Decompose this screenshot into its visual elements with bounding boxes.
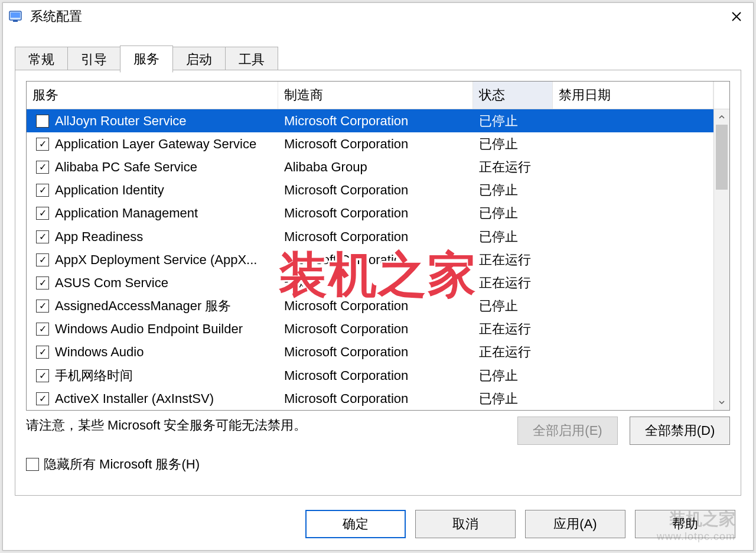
service-row[interactable]: ✓AppX Deployment Service (AppX...Microso… — [27, 248, 713, 271]
row-checkbox-cell[interactable]: ✓ — [27, 369, 49, 382]
service-row[interactable]: ✓Alibaba PC Safe ServiceAlibaba Group正在运… — [27, 155, 713, 178]
checkbox-icon: ✓ — [36, 253, 49, 266]
service-status: 已停止 — [473, 181, 553, 199]
checkbox-icon: ✓ — [36, 300, 49, 313]
service-status: 正在运行 — [473, 343, 553, 361]
service-manufacturer: Microsoft Corporation — [278, 252, 473, 268]
service-row[interactable]: ✓App ReadinessMicrosoft Corporation已停止 — [27, 225, 713, 248]
row-checkbox-cell[interactable]: ✓ — [27, 207, 49, 220]
scroll-thumb[interactable] — [716, 125, 728, 190]
col-disable-date[interactable]: 禁用日期 — [553, 82, 713, 109]
tab-3[interactable]: 启动 — [172, 47, 226, 72]
tab-2[interactable]: 服务 — [120, 45, 173, 73]
service-status: 正在运行 — [473, 274, 553, 292]
service-status: 已停止 — [473, 228, 553, 246]
service-manufacturer: Alibaba Group — [278, 160, 473, 175]
window-title: 系统配置 — [30, 8, 722, 25]
service-status: 已停止 — [473, 112, 553, 130]
scroll-down-button[interactable] — [714, 395, 729, 410]
scroll-up-button[interactable] — [714, 109, 729, 125]
service-name: AssignedAccessManager 服务 — [49, 297, 278, 315]
service-row[interactable]: ✓AllJoyn Router ServiceMicrosoft Corpora… — [27, 109, 713, 132]
row-checkbox-cell[interactable]: ✓ — [27, 253, 49, 266]
service-row[interactable]: ✓Windows AudioMicrosoft Corporation正在运行 — [27, 341, 713, 364]
service-status: 已停止 — [473, 297, 553, 315]
row-checkbox-cell[interactable]: ✓ — [27, 392, 49, 405]
service-manufacturer: Microsoft Corporation — [278, 136, 473, 152]
tab-4[interactable]: 工具 — [225, 47, 278, 72]
service-manufacturer: Microsoft Corporation — [278, 298, 473, 314]
service-manufacturer: Microsoft Corporation — [278, 368, 473, 383]
service-name: 手机网络时间 — [49, 367, 278, 385]
service-manufacturer: Microsoft Corporation — [278, 183, 473, 198]
checkbox-icon: ✓ — [36, 346, 49, 359]
row-checkbox-cell[interactable]: ✓ — [27, 161, 49, 174]
disable-all-button[interactable]: 全部禁用(D) — [630, 417, 730, 445]
app-icon — [8, 8, 24, 25]
service-name: Windows Audio — [49, 344, 278, 360]
header-scroll-spacer — [713, 82, 729, 109]
help-button[interactable]: 帮助 — [635, 510, 735, 538]
checkbox-icon: ✓ — [36, 369, 49, 382]
service-status: 已停止 — [473, 204, 553, 222]
apply-button[interactable]: 应用(A) — [525, 510, 625, 538]
msconfig-window: 系统配置 常规引导服务启动工具 服务 制造商 状态 禁用日期 ✓AllJoyn … — [2, 2, 754, 551]
ok-button[interactable]: 确定 — [305, 510, 406, 538]
service-name: Windows Audio Endpoint Builder — [49, 321, 278, 337]
row-checkbox-cell[interactable]: ✓ — [27, 184, 49, 197]
service-name: ActiveX Installer (AxInstSV) — [49, 391, 278, 406]
col-manufacturer[interactable]: 制造商 — [278, 82, 473, 109]
row-checkbox-cell[interactable]: ✓ — [27, 230, 49, 243]
service-row[interactable]: ✓AssignedAccessManager 服务Microsoft Corpo… — [27, 295, 713, 318]
checkbox-icon: ✓ — [36, 115, 49, 128]
enable-all-button[interactable]: 全部启用(E) — [517, 417, 618, 445]
row-checkbox-cell[interactable]: ✓ — [27, 346, 49, 359]
checkbox-icon: ✓ — [36, 138, 49, 151]
checkbox-icon: ✓ — [36, 276, 49, 289]
service-status: 正在运行 — [473, 320, 553, 338]
service-status: 正在运行 — [473, 251, 553, 269]
tab-0[interactable]: 常规 — [15, 47, 68, 72]
checkbox-icon: ✓ — [36, 184, 49, 197]
close-button[interactable] — [722, 6, 751, 27]
service-row[interactable]: ✓手机网络时间Microsoft Corporation已停止 — [27, 364, 713, 387]
service-row[interactable]: ✓Application ManagementMicrosoft Corpora… — [27, 202, 713, 225]
service-name: AllJoyn Router Service — [49, 113, 278, 129]
service-manufacturer: Microsoft Corporation — [278, 391, 473, 406]
hide-ms-services-checkbox[interactable]: 隐藏所有 Microsoft 服务(H) — [26, 456, 730, 473]
col-status[interactable]: 状态 — [473, 82, 553, 109]
row-checkbox-cell[interactable]: ✓ — [27, 300, 49, 313]
service-row[interactable]: ✓ASUS Com Service未知正在运行 — [27, 271, 713, 294]
service-status: 已停止 — [473, 367, 553, 385]
vertical-scrollbar[interactable] — [713, 109, 729, 410]
service-manufacturer: Microsoft Corporation — [278, 229, 473, 245]
tab-1[interactable]: 引导 — [67, 47, 120, 72]
service-status: 已停止 — [473, 390, 553, 408]
service-name: Application Identity — [49, 183, 278, 198]
checkbox-icon — [26, 458, 39, 471]
row-checkbox-cell[interactable]: ✓ — [27, 276, 49, 289]
service-row[interactable]: ✓ActiveX Installer (AxInstSV)Microsoft C… — [27, 387, 713, 410]
checkbox-icon: ✓ — [36, 230, 49, 243]
row-checkbox-cell[interactable]: ✓ — [27, 115, 49, 128]
service-row[interactable]: ✓Application Layer Gateway ServiceMicros… — [27, 132, 713, 155]
chevron-down-icon — [719, 399, 725, 405]
service-manufacturer: 未知 — [278, 274, 473, 292]
service-row[interactable]: ✓Windows Audio Endpoint BuilderMicrosoft… — [27, 318, 713, 341]
service-name: ASUS Com Service — [49, 275, 278, 291]
service-row[interactable]: ✓Application IdentityMicrosoft Corporati… — [27, 179, 713, 202]
list-body: ✓AllJoyn Router ServiceMicrosoft Corpora… — [27, 109, 729, 410]
scroll-track[interactable] — [714, 125, 729, 395]
services-list: 服务 制造商 状态 禁用日期 ✓AllJoyn Router ServiceMi… — [26, 81, 730, 411]
checkbox-icon: ✓ — [36, 161, 49, 174]
cancel-button[interactable]: 取消 — [415, 510, 516, 538]
row-checkbox-cell[interactable]: ✓ — [27, 138, 49, 151]
svg-rect-1 — [11, 12, 20, 18]
hide-ms-label: 隐藏所有 Microsoft 服务(H) — [44, 456, 200, 473]
row-checkbox-cell[interactable]: ✓ — [27, 323, 49, 336]
list-header: 服务 制造商 状态 禁用日期 — [27, 82, 729, 109]
close-icon — [731, 11, 742, 22]
col-service[interactable]: 服务 — [27, 82, 278, 109]
service-manufacturer: Microsoft Corporation — [278, 321, 473, 337]
service-status: 已停止 — [473, 135, 553, 153]
